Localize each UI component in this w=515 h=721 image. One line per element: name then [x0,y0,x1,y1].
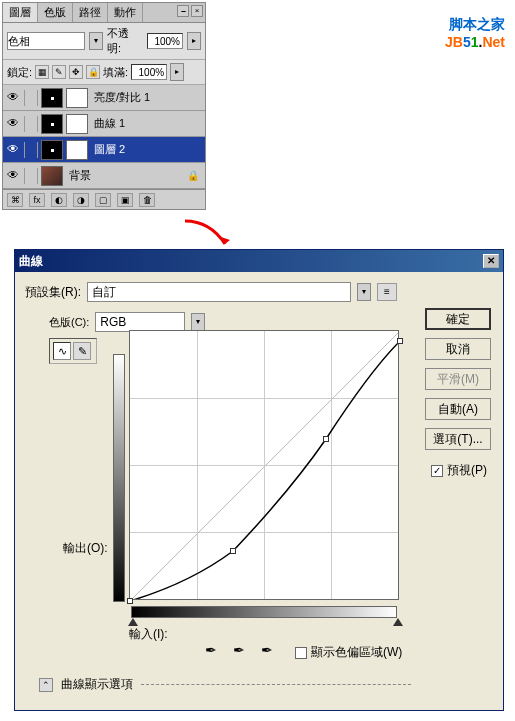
visibility-icon[interactable]: 👁 [5,142,21,158]
display-options-row: ⌃ 曲線顯示選項 [39,676,411,693]
lock-label: 鎖定: [7,65,32,80]
new-layer-icon[interactable]: ▣ [117,193,133,207]
options-button[interactable]: 選項(T)... [425,428,491,450]
preset-select[interactable] [87,282,351,302]
clip-checkbox-row: 顯示色偏區域(W) [295,644,402,661]
divider [141,684,411,685]
eyedropper-black-icon[interactable]: ✒ [205,642,223,660]
layer-item[interactable]: 👁 亮度/對比 1 [3,85,205,111]
cancel-button[interactable]: 取消 [425,338,491,360]
visibility-icon[interactable]: 👁 [5,90,21,106]
layer-name[interactable]: 背景 [66,168,184,183]
fill-label: 填滿: [103,65,128,80]
dialog-buttons: 確定 取消 平滑(M) 自動(A) 選項(T)... [425,308,491,450]
layer-thumb[interactable] [41,166,63,186]
minimize-panel-icon[interactable]: ‒ [177,5,189,17]
layers-panel: 圖層 色版 路徑 動作 ‒ × ▾ 不透明: ▸ 鎖定: ▦ ✎ ✥ 🔒 填滿:… [2,2,206,210]
mask-thumb[interactable] [66,114,88,134]
tab-actions[interactable]: 動作 [108,3,143,22]
dialog-titlebar[interactable]: 曲線 ✕ [15,250,503,272]
display-options-label: 曲線顯示選項 [61,676,133,693]
mask-thumb[interactable] [66,88,88,108]
output-gradient [113,354,125,602]
curve-point[interactable] [323,436,329,442]
mask-thumb[interactable] [66,140,88,160]
curve-point[interactable] [230,548,236,554]
folder-icon[interactable]: ▢ [95,193,111,207]
lock-pixels-icon[interactable]: ✎ [52,65,66,79]
white-slider[interactable] [393,618,403,626]
layer-name[interactable]: 曲線 1 [91,116,203,131]
link-cell[interactable] [24,90,38,106]
curve-tool-pencil[interactable]: ✎ [73,342,91,360]
preset-label: 預設集(R): [25,284,81,301]
watermark: 脚本之家 JB51.Net [445,16,505,50]
visibility-icon[interactable]: 👁 [5,116,21,132]
tab-layers[interactable]: 圖層 [3,3,38,22]
input-label: 輸入(I): [129,626,168,643]
layer-item-selected[interactable]: 👁 圖層 2 [3,137,205,163]
fx-icon[interactable]: fx [29,193,45,207]
channel-dropdown-icon[interactable]: ▾ [191,313,205,331]
layer-thumb[interactable] [41,140,63,160]
curves-graph[interactable] [129,330,399,600]
mask-icon[interactable]: ◐ [51,193,67,207]
input-gradient [131,606,397,618]
eyedroppers: ✒ ✒ ✒ [205,642,279,660]
lock-transparent-icon[interactable]: ▦ [35,65,49,79]
channel-select[interactable] [95,312,185,332]
layer-name[interactable]: 亮度/對比 1 [91,90,203,105]
link-cell[interactable] [24,168,38,184]
preset-menu-icon[interactable]: ≡ [377,283,397,301]
layer-item[interactable]: 👁 曲線 1 [3,111,205,137]
layer-list: 👁 亮度/對比 1 👁 曲線 1 👁 圖層 2 👁 背景 🔒 [3,85,205,189]
blend-mode-select[interactable] [7,32,85,50]
fill-dropdown-icon[interactable]: ▸ [170,63,184,81]
expand-icon[interactable]: ⌃ [39,678,53,692]
visibility-icon[interactable]: 👁 [5,168,21,184]
link-cell[interactable] [24,116,38,132]
curve-tools: ∿ ✎ [49,338,97,364]
dialog-title: 曲線 [19,253,43,270]
dialog-body: 預設集(R): ▾ ≡ 色版(C): ▾ ∿ ✎ [15,272,503,710]
channel-label: 色版(C): [49,315,89,330]
panel-bottom: ⌘ fx ◐ ◑ ▢ ▣ 🗑 [3,189,205,209]
panel-tabs: 圖層 色版 路徑 動作 ‒ × [3,3,205,23]
curve-point[interactable] [397,338,403,344]
layer-item-background[interactable]: 👁 背景 🔒 [3,163,205,189]
tab-paths[interactable]: 路徑 [73,3,108,22]
watermark-line2: JB51.Net [445,34,505,50]
link-layers-icon[interactable]: ⌘ [7,193,23,207]
black-slider[interactable] [128,618,138,626]
clip-label: 顯示色偏區域(W) [311,644,402,661]
opacity-input[interactable] [147,33,183,49]
tab-channels[interactable]: 色版 [38,3,73,22]
preset-dropdown-icon[interactable]: ▾ [357,283,371,301]
curve-line[interactable] [130,331,398,599]
clip-checkbox[interactable] [295,647,307,659]
layer-name[interactable]: 圖層 2 [91,142,203,157]
preview-checkbox[interactable]: ✓ [431,465,443,477]
adjustment-icon[interactable]: ◑ [73,193,89,207]
fill-input[interactable] [131,64,167,80]
close-icon[interactable]: ✕ [483,254,499,268]
layer-thumb[interactable] [41,88,63,108]
layer-thumb[interactable] [41,114,63,134]
blend-dropdown-icon[interactable]: ▾ [89,32,103,50]
blend-row: ▾ 不透明: ▸ [3,23,205,60]
link-cell[interactable] [24,142,38,158]
smooth-button[interactable]: 平滑(M) [425,368,491,390]
auto-button[interactable]: 自動(A) [425,398,491,420]
curve-tool-point[interactable]: ∿ [53,342,71,360]
eyedropper-gray-icon[interactable]: ✒ [233,642,251,660]
eyedropper-white-icon[interactable]: ✒ [261,642,279,660]
close-panel-icon[interactable]: × [191,5,203,17]
watermark-line1: 脚本之家 [445,16,505,34]
opacity-dropdown-icon[interactable]: ▸ [187,32,201,50]
ok-button[interactable]: 確定 [425,308,491,330]
trash-icon[interactable]: 🗑 [139,193,155,207]
lock-position-icon[interactable]: ✥ [69,65,83,79]
lock-all-icon[interactable]: 🔒 [86,65,100,79]
curve-point[interactable] [127,598,133,604]
output-label: 輸出(O): [63,540,108,557]
